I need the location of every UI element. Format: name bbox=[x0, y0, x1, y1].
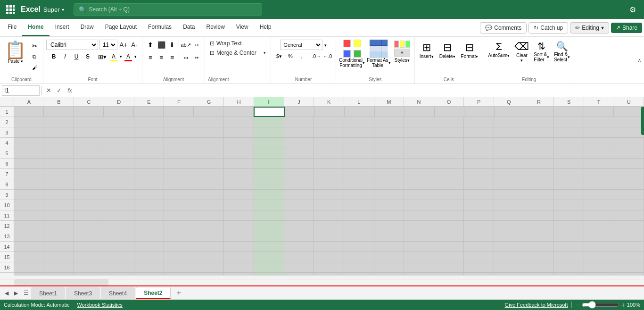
cell-m6[interactable] bbox=[374, 159, 405, 169]
cell-n2[interactable] bbox=[404, 117, 434, 127]
col-header-p[interactable]: P bbox=[464, 97, 494, 107]
row-14[interactable]: 14 bbox=[0, 242, 14, 252]
scroll-right-button[interactable]: ▶ bbox=[11, 288, 21, 298]
cell-q6[interactable] bbox=[494, 159, 524, 169]
cell-m3[interactable] bbox=[374, 127, 405, 138]
sheet-tab-sheet1[interactable]: Sheet1 bbox=[31, 287, 65, 299]
cell-n5[interactable] bbox=[404, 148, 434, 159]
waffle-icon[interactable] bbox=[4, 3, 17, 16]
autosum-dropdown[interactable]: ▾ bbox=[507, 53, 510, 58]
row-12[interactable]: 12 bbox=[0, 221, 14, 231]
menu-file[interactable]: File bbox=[2, 19, 22, 36]
cell-m2[interactable] bbox=[374, 117, 405, 127]
cell-d4[interactable] bbox=[104, 138, 134, 148]
borders-button[interactable]: ⊞▾ bbox=[97, 51, 107, 62]
cell-b6[interactable] bbox=[44, 159, 74, 169]
cell-h2[interactable] bbox=[224, 117, 254, 127]
cell-b3[interactable] bbox=[44, 127, 74, 138]
cell-a6[interactable] bbox=[14, 159, 44, 169]
wrap-text-button[interactable]: ⊡ Wrap Text bbox=[208, 39, 268, 48]
row-7[interactable]: 7 bbox=[0, 169, 14, 179]
cell-s2[interactable] bbox=[554, 117, 584, 127]
align-left-button[interactable]: ≡ bbox=[145, 52, 156, 63]
menu-insert[interactable]: Insert bbox=[50, 19, 75, 36]
conditional-formatting-button[interactable]: ConditionalFormatting ▾ bbox=[339, 40, 365, 68]
cell-e4[interactable] bbox=[134, 138, 165, 148]
col-header-g[interactable]: G bbox=[194, 97, 224, 107]
cell-m1[interactable] bbox=[375, 107, 405, 117]
cell-o6[interactable] bbox=[434, 159, 464, 169]
clear-button[interactable]: ⌫ Clear ▾ bbox=[512, 40, 531, 64]
cell-l1[interactable] bbox=[345, 107, 374, 117]
cell-c6[interactable] bbox=[74, 159, 104, 169]
col-header-q[interactable]: Q bbox=[494, 97, 524, 107]
cell-b4[interactable] bbox=[44, 138, 74, 148]
row-13[interactable]: 13 bbox=[0, 231, 14, 242]
row-3[interactable]: 3 bbox=[0, 127, 14, 138]
sheet-list-button[interactable]: ☰ bbox=[21, 288, 31, 298]
cell-h1[interactable] bbox=[223, 107, 253, 117]
share-button[interactable]: ↗ Share bbox=[611, 23, 642, 33]
cell-g6[interactable] bbox=[194, 159, 224, 169]
autosum-button[interactable]: Σ AutoSum▾ bbox=[486, 40, 512, 64]
row-17[interactable]: 17 bbox=[0, 273, 14, 276]
cell-f4[interactable] bbox=[164, 138, 194, 148]
zoom-in-button[interactable]: + bbox=[621, 301, 625, 309]
zoom-out-button[interactable]: − bbox=[576, 301, 579, 309]
format-dropdown[interactable]: ▾ bbox=[476, 54, 478, 59]
cell-n4[interactable] bbox=[404, 138, 434, 148]
cell-styles-button[interactable]: A Styles ▾ bbox=[393, 40, 412, 63]
col-header-o[interactable]: O bbox=[434, 97, 464, 107]
paste-button[interactable]: 📋 Paste ▾ bbox=[3, 41, 28, 65]
merge-center-button[interactable]: ⊡ Merge & Center ▾ bbox=[208, 48, 268, 58]
row-16[interactable]: 16 bbox=[0, 262, 14, 273]
editing-button[interactable]: ✏ Editing ▾ bbox=[570, 22, 609, 34]
scroll-handle[interactable] bbox=[641, 107, 644, 135]
col-header-h[interactable]: H bbox=[224, 97, 254, 107]
clear-dropdown[interactable]: ▾ bbox=[520, 58, 523, 63]
cell-n6[interactable] bbox=[404, 159, 434, 169]
catchup-button[interactable]: ↻ Catch up bbox=[528, 22, 568, 34]
cell-j1[interactable] bbox=[285, 107, 314, 117]
font-color-dropdown[interactable]: ▾ bbox=[134, 54, 137, 59]
paste-dropdown[interactable]: ▾ bbox=[21, 59, 23, 64]
menu-view[interactable]: View bbox=[231, 19, 254, 36]
account-dropdown-icon[interactable]: ▾ bbox=[62, 7, 64, 12]
sheet-tab-sheet4[interactable]: Sheet4 bbox=[101, 287, 135, 299]
align-right-button[interactable]: ≡ bbox=[167, 52, 177, 63]
cell-t3[interactable] bbox=[584, 127, 614, 138]
cell-f2[interactable] bbox=[164, 117, 194, 127]
cell-s1[interactable] bbox=[554, 107, 584, 117]
add-sheet-button[interactable]: + bbox=[173, 287, 185, 299]
zoom-slider[interactable] bbox=[582, 301, 619, 309]
cell-o2[interactable] bbox=[434, 117, 464, 127]
cell-d3[interactable] bbox=[104, 127, 134, 138]
cell-p4[interactable] bbox=[464, 138, 494, 148]
cell-t5[interactable] bbox=[584, 148, 614, 159]
find-select-button[interactable]: 🔍 Find &Select▾ bbox=[552, 40, 572, 64]
sort-dropdown[interactable]: ▾ bbox=[547, 55, 549, 59]
col-header-k[interactable]: K bbox=[314, 97, 344, 107]
comments-button[interactable]: 💬 Comments bbox=[480, 22, 527, 34]
menu-page-layout[interactable]: Page Layout bbox=[99, 19, 142, 36]
col-header-m[interactable]: M bbox=[374, 97, 405, 107]
col-header-i[interactable]: I bbox=[254, 97, 284, 107]
cell-t6[interactable] bbox=[584, 159, 614, 169]
cell-k6[interactable] bbox=[314, 159, 344, 169]
col-header-b[interactable]: B bbox=[44, 97, 74, 107]
cell-a3[interactable] bbox=[14, 127, 44, 138]
cell-e1[interactable] bbox=[134, 107, 164, 117]
cell-s5[interactable] bbox=[554, 148, 584, 159]
cell-j2[interactable] bbox=[284, 117, 314, 127]
workbook-stats[interactable]: Workbook Statistics bbox=[77, 302, 122, 308]
sort-filter-button[interactable]: ⇅ Sort &Filter▾ bbox=[532, 40, 551, 64]
row-2[interactable]: 2 bbox=[0, 117, 14, 127]
format-painter-button[interactable]: 🖌 bbox=[29, 62, 40, 73]
indent-increase-button[interactable]: ↦ bbox=[191, 40, 202, 50]
cell-h4[interactable] bbox=[224, 138, 254, 148]
col-header-n[interactable]: N bbox=[404, 97, 434, 107]
cell-u4[interactable] bbox=[614, 138, 644, 148]
font-name-select[interactable]: Calibri bbox=[46, 40, 98, 50]
cell-i6[interactable] bbox=[254, 159, 284, 169]
cell-d6[interactable] bbox=[104, 159, 134, 169]
